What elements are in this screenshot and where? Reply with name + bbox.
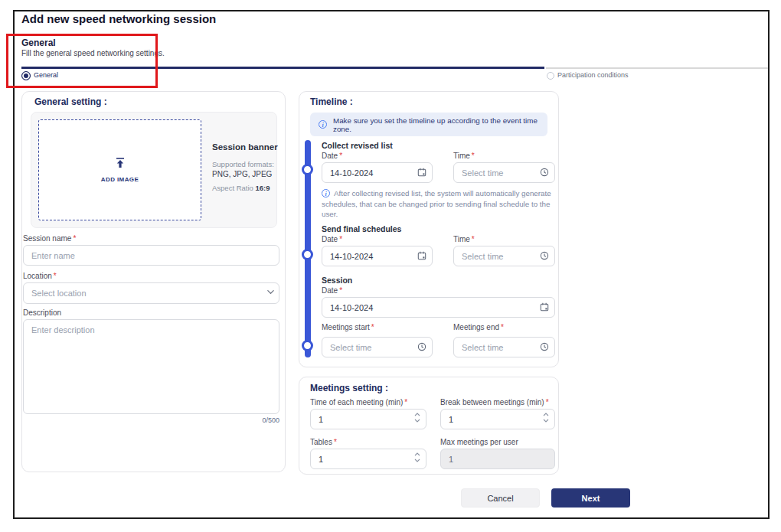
char-counter: 0/500 — [249, 416, 279, 424]
break-between-label: Break between meetings (min)* — [440, 398, 549, 406]
send-final-schedules-title: Send final schedules — [322, 224, 401, 233]
clock-icon[interactable] — [540, 168, 549, 177]
description-textarea[interactable] — [23, 319, 279, 414]
collect-revised-list-title: Collect revised list — [322, 141, 393, 150]
timezone-notice-text: Make sure you set the timeline up accord… — [333, 116, 547, 133]
send-date-label: Date* — [322, 235, 342, 243]
step-participation-radio-icon[interactable] — [547, 72, 554, 80]
calendar-icon[interactable] — [417, 168, 426, 177]
session-date-label: Date* — [322, 286, 342, 295]
clock-icon[interactable] — [540, 251, 549, 260]
add-image-label: ADD IMAGE — [101, 176, 139, 183]
send-date-input[interactable] — [322, 246, 433, 266]
collect-date-label: Date* — [322, 152, 342, 160]
clock-icon[interactable] — [540, 342, 549, 351]
supported-formats-value: PNG, JPG, JPEG — [212, 170, 272, 178]
step-participation-label[interactable]: Participation conditions — [557, 71, 629, 79]
progress-bar-rest — [546, 67, 768, 69]
location-label: Location* — [23, 272, 57, 280]
meetings-setting-heading: Meetings setting : — [310, 383, 388, 393]
annotation-highlight-box — [6, 34, 158, 88]
timeline-node-2 — [302, 249, 313, 260]
timezone-notice: i Make sure you set the timeline up acco… — [310, 113, 547, 136]
timeline-node-3 — [302, 340, 313, 351]
tables-input[interactable] — [310, 449, 426, 469]
max-meetings-label: Max meetings per user — [440, 438, 518, 446]
time-each-meeting-label: Time of each meeting (min)* — [310, 398, 407, 406]
collect-time-label: Time* — [453, 152, 475, 160]
meetings-end-label: Meetings end* — [453, 323, 504, 331]
general-setting-heading: General setting : — [34, 96, 107, 107]
chevron-down-icon[interactable] — [266, 288, 275, 296]
number-stepper[interactable] — [543, 413, 549, 423]
send-time-label: Time* — [453, 235, 475, 243]
next-button[interactable]: Next — [551, 488, 630, 508]
break-between-input[interactable] — [440, 409, 555, 429]
session-name-label: Session name* — [23, 234, 76, 243]
calendar-icon[interactable] — [417, 251, 426, 260]
aspect-ratio-line: Aspect Ratio 16:9 — [212, 184, 270, 192]
location-select[interactable] — [23, 282, 279, 304]
add-image-dropzone[interactable]: ADD IMAGE — [38, 119, 201, 220]
meetings-start-label: Meetings start* — [322, 323, 374, 331]
number-stepper[interactable] — [414, 413, 420, 423]
description-label: Description — [23, 308, 61, 317]
time-each-meeting-input[interactable] — [310, 409, 426, 429]
info-icon: i — [319, 120, 327, 129]
info-icon: i — [322, 189, 330, 197]
auto-schedule-note-text: After collecting revised list, the syste… — [322, 189, 551, 218]
cancel-button[interactable]: Cancel — [461, 488, 540, 508]
auto-schedule-note: i After collecting revised list, the sys… — [322, 188, 553, 220]
number-stepper[interactable] — [414, 452, 420, 462]
collect-date-input[interactable] — [322, 162, 433, 183]
page-title: Add new speed networking session — [21, 12, 216, 25]
calendar-icon[interactable] — [540, 302, 549, 312]
max-meetings-input — [440, 449, 555, 469]
session-banner-title: Session banner — [212, 142, 278, 152]
supported-formats-label: Supported formats: — [212, 160, 274, 168]
session-step-title: Session — [322, 276, 352, 285]
timeline-heading: Timeline : — [310, 96, 353, 107]
meetings-start-input[interactable] — [322, 337, 433, 357]
tables-label: Tables* — [310, 438, 337, 446]
add-speed-networking-page: Add new speed networking session General… — [0, 0, 781, 532]
timeline-node-1 — [302, 164, 313, 175]
aspect-ratio-value: 16:9 — [256, 184, 270, 192]
session-date-input[interactable] — [322, 297, 555, 318]
clock-icon[interactable] — [417, 342, 426, 351]
upload-icon — [114, 157, 126, 172]
session-name-input[interactable] — [23, 245, 279, 266]
